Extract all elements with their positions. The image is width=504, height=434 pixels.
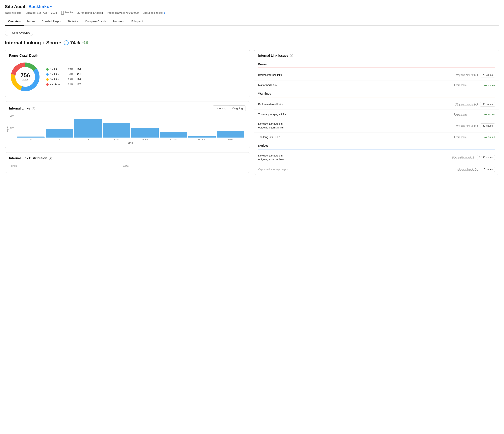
issue-broken-external-links: Broken external links Why and how to fix… [254,99,499,110]
too-long-urls-learn[interactable]: Learn more [454,136,476,139]
back-to-overview-button[interactable]: ← Go to Overview [5,30,33,36]
internal-links-title: Internal Links i [9,107,35,110]
bar-1 [46,129,73,137]
tab-progress[interactable]: Progress [109,18,127,26]
broken-internal-links-badge[interactable]: 22 issues [480,72,495,77]
outgoing-toggle-button[interactable]: Outgoing [229,106,245,111]
bar-6-15 [103,123,130,137]
notices-bar [258,149,495,149]
nofollow-outgoing-external-badge[interactable]: 3,156 issues [477,155,495,160]
distribution-table: Links Pages [9,163,246,169]
bar-2-5 [74,119,102,137]
legend-dot-blue [46,73,49,76]
legend-item-2clicks: 2 clicks 40% 301 [46,73,81,76]
notices-section-header: Notices [254,142,499,151]
back-arrow-icon: ← [8,31,10,34]
issues-card: Internal Link Issues i Errors Broken int… [254,50,499,175]
distribution-title: Internal Link Distribution i [9,156,246,160]
crawl-depth-title: Pages Crawl Depth [9,54,246,57]
warnings-section-header: Warnings [254,90,499,99]
issue-orphaned-sitemap: Orphaned sitemap pages Why and how to fi… [254,164,499,175]
y-axis-label: Pages [6,126,9,132]
distribution-card: Internal Link Distribution i Links Pages [5,152,250,173]
site-name-link[interactable]: Backlinko ▾ [28,4,52,9]
malformed-links-learn[interactable]: Learn more [454,84,476,87]
donut-legend: 1 click 15% 114 2 clicks 40% 301 [46,68,81,86]
pages-crawled-label: Pages crawled: 756/10,000 [107,11,139,14]
broken-internal-link-fix[interactable]: Why and how to fix it [456,74,478,76]
js-rendering-label: JS rendering: Enabled [77,11,103,14]
bar-151-500 [188,136,216,137]
score-circle-icon [63,40,69,45]
device-label: Mobile [61,11,73,15]
bar-16-50 [131,128,159,137]
bar-chart: 260 130 0 0 [17,115,244,141]
legend-item-3clicks: 3 clicks 23% 174 [46,78,81,81]
warnings-bar [258,97,495,97]
nofollow-outgoing-internal-fix[interactable]: Why and how to fix it [456,124,478,127]
broken-external-links-badge[interactable]: 60 issues [480,102,495,107]
dist-col-links: Links [9,164,120,168]
legend-item-4plusclicks: 4+ clicks 22% 167 [46,83,81,86]
issues-info-icon[interactable]: i [290,54,293,57]
errors-section-header: Errors [254,61,499,70]
errors-bar [258,68,495,68]
issue-broken-internal-links: Broken internal links Why and how to fix… [254,70,499,81]
tab-crawled-pages[interactable]: Crawled Pages [38,18,64,26]
donut-chart: 756 pages [9,61,41,93]
main-nav: Overview Issues Crawled Pages Statistics… [5,18,499,26]
site-audit-label: Site Audit: [5,4,27,9]
domain-label: backlinko.com [5,11,21,14]
nofollow-outgoing-external-fix[interactable]: Why and how to fix it [452,156,475,159]
issue-malformed-links: Malformed links Learn more No issues [254,81,499,90]
tab-compare-crawls[interactable]: Compare Crawls [82,18,109,26]
orphaned-sitemap-fix[interactable]: Why and how to fix it [457,168,479,171]
chevron-down-icon: ▾ [50,5,52,8]
bar-0 [17,136,45,137]
bar-51-150 [160,132,187,137]
x-axis-title: Links [17,142,244,144]
issue-too-many-onpage: Too many on-page links Learn more No iss… [254,110,499,119]
incoming-toggle-button[interactable]: Incoming [213,106,229,111]
legend-dot-red [46,83,49,86]
score-delta: +1% [82,41,88,45]
links-toggle: Incoming Outgoing [213,106,246,111]
bar-500plus [217,131,244,137]
updated-label: Updated: Sun, Aug 4, 2024 [25,11,57,14]
donut-center: 756 pages [21,72,30,81]
excluded-count-link[interactable]: 1 [164,11,165,14]
too-long-urls-no-issues: No issues [479,136,495,139]
excluded-checks-label: Excluded checks: 1 [143,11,165,14]
tab-js-impact[interactable]: JS Impact [127,18,146,26]
score-value: 74% [70,40,80,45]
broken-external-links-fix[interactable]: Why and how to fix it [456,103,478,106]
legend-dot-yellow [46,78,49,81]
tab-overview[interactable]: Overview [5,18,24,26]
tab-issues[interactable]: Issues [24,18,38,26]
issues-card-title: Internal Link Issues i [254,50,499,61]
malformed-links-no-issues: No issues [479,84,495,87]
page-title: Internal Linking / Score: 74% +1% [5,40,499,45]
mobile-icon [61,11,64,15]
issue-nofollow-outgoing-external: Nofollow attributes inoutgoing external … [254,151,499,164]
too-many-onpage-learn[interactable]: Learn more [454,113,476,116]
site-meta: backlinko.com Updated: Sun, Aug 4, 2024 … [5,11,499,15]
crawl-depth-card: Pages Crawl Depth [5,50,250,97]
issue-too-long-urls: Too long link URLs Learn more No issues [254,133,499,142]
legend-dot-green [46,68,49,71]
internal-links-card: Internal Links i Incoming Outgoing Pages [5,101,250,148]
distribution-info-icon[interactable]: i [49,157,52,160]
dist-col-pages: Pages [120,164,245,168]
legend-item-1click: 1 click 15% 114 [46,68,81,71]
nofollow-outgoing-internal-badge[interactable]: 80 issues [480,123,495,128]
too-many-onpage-no-issues: No issues [479,113,495,116]
internal-links-info-icon[interactable]: i [32,107,35,110]
issue-nofollow-outgoing-internal: Nofollow attributes inoutgoing internal … [254,119,499,132]
orphaned-sitemap-badge[interactable]: 6 issues [482,167,495,172]
tab-statistics[interactable]: Statistics [64,18,82,26]
site-audit-header: Site Audit: Backlinko ▾ [5,4,499,9]
